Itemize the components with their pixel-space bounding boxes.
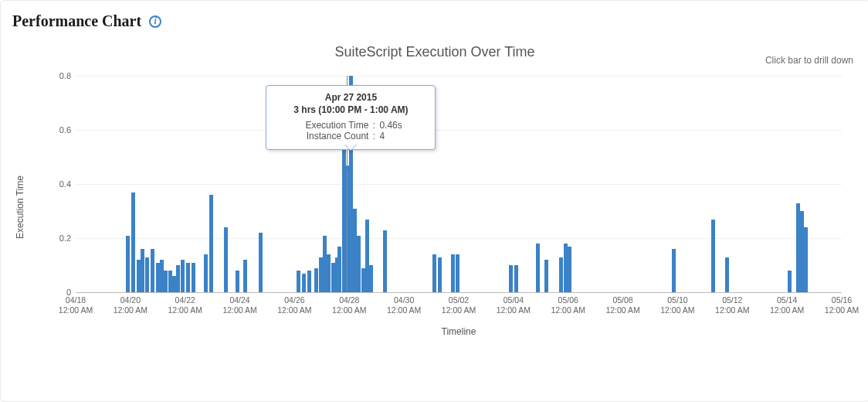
x-tick: 04/3012:00 AM [387,295,421,315]
chart-bar[interactable] [192,263,195,293]
chart-bar[interactable] [302,274,306,293]
chart-bar[interactable] [176,265,180,292]
y-axis-ticks: 00.20.40.60.8 [45,76,71,292]
x-tick: 05/0812:00 AM [605,295,639,315]
tooltip-count-row: Instance Count : 4 [277,131,424,141]
x-tick: 05/1612:00 AM [825,295,859,315]
chart-bar[interactable] [568,247,571,293]
drill-down-hint: Click bar to drill down [765,55,853,66]
chart-bar[interactable] [131,192,135,293]
tooltip-range: 3 hrs (10:00 PM - 1:00 AM) [277,104,424,115]
x-tick: 04/1812:00 AM [59,295,93,315]
chart-bar[interactable] [361,268,365,293]
tooltip-exec-value: 0.46s [379,120,410,131]
x-tick: 04/2012:00 AM [114,295,147,315]
chart-area: Execution Time 00.20.40.60.8 Apr 27 2015… [48,76,842,339]
x-axis-ticks: 04/1812:00 AM04/2012:00 AM04/2212:00 AM0… [76,295,842,326]
card-header: Performance Chart i [12,12,857,30]
chart-bar[interactable] [800,211,804,292]
chart-bar[interactable] [151,249,154,292]
x-tick: 05/1012:00 AM [660,295,694,315]
chart-bar[interactable] [357,236,361,293]
chart-bar[interactable] [209,195,213,292]
chart-bar[interactable] [337,247,341,293]
chart-bar[interactable] [559,257,563,293]
tooltip-exec-row: Execution Time : 0.46s [277,120,424,131]
chart-bar[interactable] [353,209,357,293]
chart-bar[interactable] [259,233,263,292]
chart-bar[interactable] [331,263,335,293]
chart-bar[interactable] [788,271,792,292]
chart-bar[interactable] [804,227,808,292]
chart-bar[interactable] [514,265,518,292]
chart-bar[interactable] [672,249,676,292]
chart-bar[interactable] [365,220,369,293]
y-tick: 0.8 [59,71,71,80]
chart-bar[interactable] [456,254,459,292]
chart-bar[interactable] [145,257,149,293]
chart-bar[interactable] [383,230,387,293]
chart-title: SuiteScript Execution Over Time [12,44,857,60]
x-tick: 04/2412:00 AM [222,295,256,315]
chart-bar[interactable] [796,203,800,293]
chart-bar[interactable] [204,254,208,292]
chart-bar[interactable] [369,265,373,292]
chart-bar[interactable] [168,271,172,292]
chart-bar[interactable] [711,220,715,293]
chart-bar[interactable] [564,244,568,292]
chart-bar[interactable] [307,271,311,292]
chart-bar[interactable] [725,257,729,293]
chart-bar[interactable] [544,260,548,292]
chart-bar[interactable] [156,263,160,293]
chart-bar[interactable] [224,227,228,292]
tooltip-date: Apr 27 2015 [277,92,424,103]
chart-tooltip: Apr 27 2015 3 hrs (10:00 PM - 1:00 AM) E… [266,85,436,150]
x-tick: 05/1412:00 AM [770,295,804,315]
tooltip-exec-label: Execution Time [291,120,368,131]
x-tick: 04/2612:00 AM [277,295,311,315]
chart-bar[interactable] [160,260,164,292]
tooltip-count-label: Instance Count [291,131,368,141]
tooltip-count-value: 4 [379,131,410,141]
y-tick: 0.2 [59,233,71,243]
x-tick: 05/0212:00 AM [442,295,476,315]
y-tick: 0.6 [59,125,71,135]
x-tick: 05/0612:00 AM [551,295,585,315]
x-tick: 04/2812:00 AM [332,295,366,315]
chart-bar[interactable] [509,265,513,292]
x-axis-label: Timeline [76,326,842,337]
bar-layer [76,76,842,292]
chart-bar[interactable] [314,268,318,293]
chart-bar[interactable] [181,260,185,292]
chart-bar[interactable] [451,254,455,292]
y-axis-label: Execution Time [15,175,25,239]
x-tick: 05/0412:00 AM [497,295,531,315]
chart-bar[interactable] [297,271,300,292]
performance-card: Performance Chart i SuiteScript Executio… [0,0,868,402]
chart-bar[interactable] [323,236,327,293]
chart-bar[interactable] [536,244,540,292]
x-tick: 04/2212:00 AM [168,295,202,315]
chart-bar[interactable] [141,249,144,292]
chart-bar[interactable] [164,271,168,292]
chart-bar[interactable] [236,271,239,292]
chart-bar[interactable] [186,263,190,293]
chart-bar[interactable] [126,236,130,293]
chart-bar[interactable] [319,257,323,293]
card-title: Performance Chart [12,12,141,30]
y-tick: 0.4 [59,179,71,189]
chart-bar[interactable] [137,260,141,292]
plot-area[interactable]: Apr 27 2015 3 hrs (10:00 PM - 1:00 AM) E… [76,76,842,293]
x-tick: 05/1212:00 AM [715,295,749,315]
chart-bar[interactable] [438,257,442,293]
info-icon[interactable]: i [149,15,161,28]
chart-bar[interactable] [172,276,176,292]
chart-bar[interactable] [243,260,247,292]
chart-bar[interactable] [432,254,436,292]
chart-bar[interactable] [327,254,331,292]
